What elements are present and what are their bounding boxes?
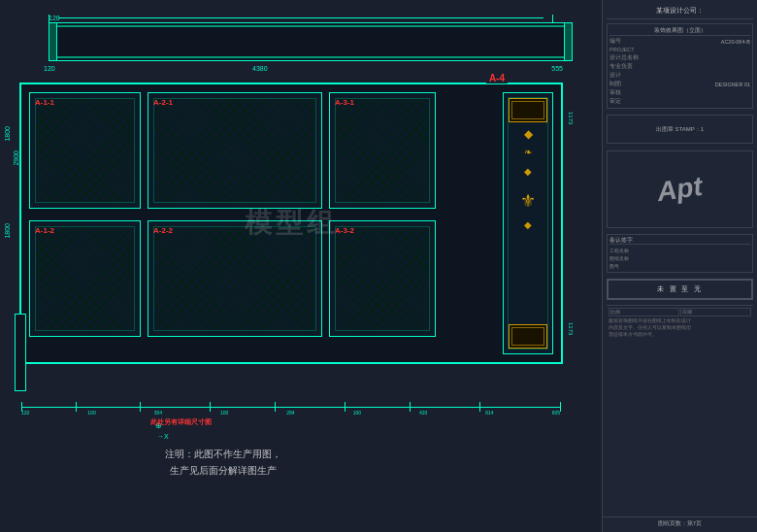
dim-center-label: 4380 [252, 65, 268, 72]
tick-5 [345, 402, 346, 412]
panel-a11-fill [35, 98, 135, 203]
rp-footer-scale: 比例 [609, 308, 679, 316]
cross-arrow: →X [157, 433, 169, 440]
dl-1: 100 [87, 410, 95, 416]
panel-a12: A-1-2 [29, 220, 141, 337]
rp-work-label: 工程名称 [609, 248, 629, 253]
dim-line [58, 17, 543, 18]
panel-a32-fill [335, 226, 430, 331]
page-count: 图纸页数：第7页 [603, 516, 757, 528]
floor-plan: 模型组 A-1-1 A-2-1 A-3-1 A-1-2 [19, 83, 582, 374]
tick-left [49, 15, 49, 22]
left-dim-top: 1800 [4, 126, 11, 142]
right-dims: 1173 1173 [568, 112, 607, 335]
base-inner [511, 327, 544, 346]
rp-value-id: AC20-064-B [721, 39, 750, 45]
left-dim-total: 2900 [13, 150, 19, 166]
red-note-text: 此处另有详细尺寸图 [150, 417, 212, 427]
panel-a21-label: A-2-1 [153, 98, 173, 107]
rp-row-draft: 制图 DESIGNER 01 [609, 80, 750, 88]
rp-id-row2: 图纸名称 [609, 254, 750, 262]
ornament-5: ◆ [524, 219, 532, 230]
rp-big-title-text: 未 置 至 无 [612, 284, 747, 294]
right-dim-1: 1173 [568, 112, 607, 124]
dl-4: 284 [286, 410, 294, 416]
rp-label-id: 编号 [609, 38, 621, 45]
rp-stamp-text: 出图章 STAMP：1 [656, 125, 704, 134]
dim-base-line [21, 407, 560, 408]
panel-a12-fill [35, 226, 135, 331]
left-cap [49, 23, 57, 60]
dl-0: 120 [21, 410, 29, 416]
floor-outer-boundary: 模型组 A-1-1 A-2-1 A-3-1 A-1-2 [19, 83, 563, 364]
right-cap [564, 23, 572, 60]
rp-scale-label: 比例 [610, 310, 677, 315]
tick-4 [275, 402, 276, 412]
panel-a22-label: A-2-2 [153, 226, 173, 235]
dl-8: 605 [552, 410, 560, 416]
rp-label-proj: PROJECT [609, 47, 635, 52]
panel-a32-label: A-3-2 [335, 226, 354, 235]
notice-line1: 注明：此图不作生产用图， [165, 446, 281, 462]
rp-row-approve: 审定 [609, 97, 750, 106]
rp-row-check: 审核 [609, 88, 750, 97]
ornament-2: ❧ [524, 147, 532, 157]
rp-big-title: 未 置 至 无 [607, 279, 753, 300]
rp-stamp-area: 出图章 STAMP：1 [607, 115, 753, 144]
rp-company: 某项设计公司： [607, 6, 753, 19]
rp-apt-text: Apt [655, 171, 705, 208]
rp-value-draft: DESIGNER 01 [715, 82, 750, 87]
panel-a32: A-3-2 [329, 220, 436, 337]
panel-a21: A-2-1 [148, 92, 322, 209]
bottom-dims: 120 100 304 100 284 100 420 614 605 [21, 407, 560, 416]
dl-7: 614 [485, 410, 493, 416]
elevation-top-line [51, 25, 570, 27]
rp-footer-disclaimer: 建筑装饰图纸不得在图纸上绘制非设计 内容及文字。任何人可以复制本图纸但 需征得本… [609, 318, 751, 338]
right-panel: 某项设计公司： 装饰效果图（立面） 编号 AC20-064-B PROJECT … [602, 0, 757, 532]
notice-text: 注明：此图不作生产用图， 生产见后面分解详图生产 [165, 446, 281, 479]
tick-2 [140, 402, 141, 412]
tick-3 [210, 402, 211, 412]
notice-line2: 生产见后面分解详图生产 [165, 462, 281, 479]
panel-a21-fill [153, 98, 316, 203]
right-dim-2: 1173 [568, 322, 607, 335]
panel-a11: A-1-1 [29, 92, 141, 209]
rp-label-draft: 制图 [609, 81, 621, 87]
dl-5: 100 [353, 410, 361, 416]
rp-row-lead: 专业负责 [609, 62, 750, 71]
rp-label-approve: 审定 [609, 98, 621, 105]
ornament-1: ◆ [524, 127, 533, 141]
rp-id-row3: 图号 [609, 262, 750, 270]
rp-label-design: 设计 [609, 72, 621, 79]
panel-a31-fill [335, 98, 430, 203]
elevation-box [49, 22, 573, 61]
rp-label-check: 审核 [609, 89, 621, 96]
tick-7 [479, 402, 480, 412]
rp-apt-area: Apt [607, 150, 753, 228]
rp-row-project-id: 编号 AC20-064-B [609, 37, 750, 46]
rp-label-dname: 设计总名称 [609, 54, 639, 61]
rp-date-label: 日期 [682, 310, 749, 315]
tick-8 [560, 402, 561, 412]
rp-row-design-name: 设计总名称 [609, 53, 750, 62]
drawing-area: 120 120 4380 555 1800 1800 2900 模型组 [0, 0, 602, 532]
elevation-bot-line [51, 56, 570, 58]
capital-inner [511, 101, 544, 119]
tick-0 [21, 402, 22, 412]
rp-footer: 比例 日期 建筑装饰图纸不得在图纸上绘制非设计 内容及文字。任何人可以复制本图纸… [607, 305, 753, 340]
rp-row-project: PROJECT [609, 46, 750, 53]
panel-a22-fill [153, 226, 316, 331]
column-capital [509, 98, 547, 122]
rp-row-design: 设计 [609, 71, 750, 80]
ornament-3: ◆ [524, 166, 532, 177]
rp-id-row1: 工程名称 [609, 247, 750, 254]
tick-right [552, 15, 553, 22]
panel-a31-label: A-3-1 [335, 98, 354, 107]
rp-number-label: 图号 [609, 263, 619, 269]
panel-a12-label: A-1-2 [35, 226, 54, 235]
rp-footer-date: 日期 [680, 308, 751, 316]
panel-a31: A-3-1 [329, 92, 436, 209]
tick-1 [76, 402, 77, 412]
watermark: 模型组 [245, 205, 338, 242]
rp-label-lead: 专业负责 [609, 63, 633, 70]
